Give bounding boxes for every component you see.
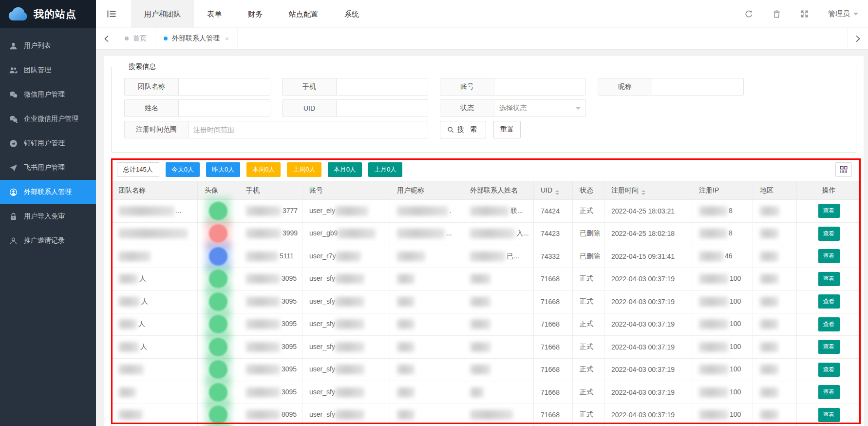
- redacted-text: [335, 297, 364, 307]
- page-card: 搜索信息 团队名称 手机 账号: [104, 56, 864, 426]
- uid-cell: 71668: [534, 313, 573, 336]
- user-menu[interactable]: 管理员: [828, 9, 858, 19]
- collapse-menu-icon[interactable]: [107, 10, 116, 18]
- uid-input[interactable]: [337, 100, 428, 116]
- view-button[interactable]: 查看: [818, 363, 840, 377]
- sidebar-item-user-import[interactable]: 用户导入免审: [0, 204, 96, 229]
- sort-icon[interactable]: [642, 190, 645, 195]
- table-row: 3095user_sfy71668正式2022-04-03 00:37:1910…: [112, 358, 861, 381]
- reset-button[interactable]: 重置: [493, 121, 521, 138]
- stat-今天0人[interactable]: 今天0人: [166, 162, 200, 177]
- status-select[interactable]: 选择状态: [494, 100, 585, 116]
- trash-icon[interactable]: [773, 10, 781, 18]
- sidebar-item-invite-records[interactable]: 推广邀请记录: [0, 229, 96, 253]
- column-settings-button[interactable]: [835, 162, 852, 177]
- sort-icon[interactable]: [555, 190, 559, 195]
- refresh-icon[interactable]: [745, 10, 753, 18]
- view-button[interactable]: 查看: [818, 340, 840, 354]
- team-name-input[interactable]: [179, 78, 270, 95]
- sidebar-item-wechat-users[interactable]: 微信用户管理: [0, 82, 96, 107]
- cell-text: 入...: [516, 229, 529, 237]
- avatar-cell: [198, 222, 239, 245]
- phone-input[interactable]: [337, 78, 428, 95]
- stat-上周0人[interactable]: 上周0人: [287, 162, 321, 177]
- cell-text: 3095: [282, 320, 297, 328]
- cell-text: 正式: [580, 365, 593, 373]
- phone-cell: 3095: [239, 336, 302, 359]
- stat-昨天0人[interactable]: 昨天0人: [206, 162, 240, 177]
- nav-item-forms[interactable]: 表单: [194, 0, 235, 28]
- col-header-手机: 手机: [239, 181, 302, 200]
- name-input[interactable]: [179, 100, 270, 116]
- sidebar: 我的站点 用户列表团队管理微信用户管理企业微信用户管理钉钉用户管理飞书用户管理外…: [0, 0, 96, 426]
- col-header-UID[interactable]: UID: [534, 181, 573, 200]
- search-button[interactable]: 搜 索: [440, 121, 486, 138]
- account-cell: user_sfy: [302, 313, 390, 336]
- view-button[interactable]: 查看: [818, 272, 840, 286]
- tab-external-contacts[interactable]: 外部联系人管理×: [155, 28, 238, 50]
- col-header-注册时间[interactable]: 注册时间: [604, 181, 692, 200]
- redacted-text: [470, 410, 513, 420]
- sidebar-item-wework-users[interactable]: 企业微信用户管理: [0, 107, 96, 131]
- avatar: [209, 406, 227, 424]
- nav-item-system[interactable]: 系统: [331, 0, 372, 28]
- stat-本周0人[interactable]: 本周0人: [246, 162, 281, 177]
- dingtalk-icon: [9, 139, 18, 148]
- cell-text: user_sfy: [309, 365, 335, 373]
- status-cell: 正式: [573, 381, 604, 404]
- cell-text: 2022-04-25 18:03:21: [611, 207, 675, 215]
- tab-close-icon[interactable]: ×: [225, 35, 229, 42]
- table-row: 人3095user_sfy71668正式2022-04-03 00:37:191…: [112, 290, 861, 313]
- sidebar-item-external-contacts[interactable]: 外部联系人管理: [0, 180, 96, 204]
- redacted-text: [397, 410, 415, 420]
- sidebar-item-team-manage[interactable]: 团队管理: [0, 58, 96, 82]
- stat-上月0人[interactable]: 上月0人: [368, 162, 402, 177]
- view-button[interactable]: 查看: [818, 294, 840, 309]
- nickname-input[interactable]: [652, 78, 743, 95]
- uid-cell: 74424: [534, 200, 573, 223]
- col-header-label: 注册时间: [611, 186, 639, 194]
- sidebar-item-feishu-users[interactable]: 飞书用户管理: [0, 155, 96, 180]
- account-cell: user_sfy: [302, 404, 390, 426]
- view-button[interactable]: 查看: [818, 227, 840, 241]
- nickname-label: 昵称: [598, 78, 652, 95]
- fullscreen-icon[interactable]: [800, 10, 809, 18]
- open-tabs: 首页外部联系人管理×: [116, 28, 238, 50]
- tabs-scroll-right-icon[interactable]: [848, 28, 868, 50]
- cell-text: 人: [139, 274, 146, 282]
- tabs-scroll-left-icon[interactable]: [96, 28, 116, 50]
- cell-text: user_sfy: [309, 297, 335, 305]
- view-button[interactable]: 查看: [818, 317, 840, 331]
- user-icon: [9, 42, 18, 50]
- tab-home[interactable]: 首页: [116, 28, 155, 50]
- stat-本月0人[interactable]: 本月0人: [328, 162, 362, 177]
- sidebar-item-dingtalk-users[interactable]: 钉钉用户管理: [0, 131, 96, 155]
- select-caret-icon: [576, 107, 581, 112]
- team-name-cell: 人: [112, 313, 198, 336]
- tab-status-dot: [125, 37, 129, 40]
- reg-time-input[interactable]: [189, 121, 428, 138]
- reg-ip-cell: 100: [692, 404, 753, 426]
- cell-text: 正式: [580, 388, 593, 396]
- nav-item-finance[interactable]: 财务: [235, 0, 276, 28]
- account-input[interactable]: [494, 78, 585, 95]
- action-cell: 查看: [797, 358, 861, 381]
- phone-cell: 3777: [239, 200, 302, 223]
- cell-text: user_gb9: [309, 229, 338, 237]
- redacted-text: [760, 274, 778, 284]
- view-button[interactable]: 查看: [818, 249, 840, 263]
- sidebar-item-user-list[interactable]: 用户列表: [0, 34, 96, 58]
- view-button[interactable]: 查看: [818, 204, 840, 218]
- nav-item-users-teams[interactable]: 用户和团队: [131, 0, 194, 28]
- region-cell: [753, 222, 797, 245]
- view-button[interactable]: 查看: [818, 408, 840, 422]
- table-row: 人3095user_sfy71668正式2022-04-03 00:37:191…: [112, 268, 861, 290]
- nickname-cell: [390, 290, 463, 313]
- region-cell: [753, 200, 797, 223]
- redacted-text: [246, 252, 278, 261]
- redacted-text: [699, 297, 728, 307]
- nav-item-site-config[interactable]: 站点配置: [276, 0, 331, 28]
- cell-text: 2022-04-03 00:37:19: [611, 388, 675, 396]
- stat-总计145人[interactable]: 总计145人: [117, 162, 159, 177]
- view-button[interactable]: 查看: [818, 385, 840, 399]
